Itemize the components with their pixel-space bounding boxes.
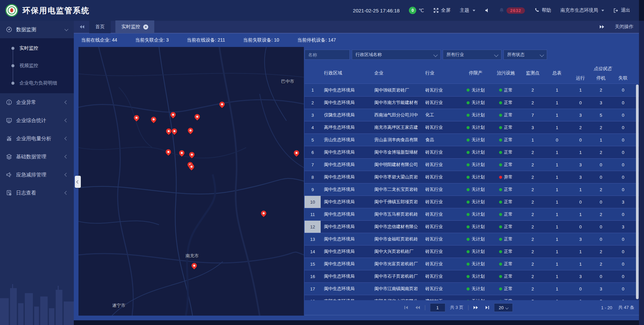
table-row[interactable]: 13 阆中生态环境局 阆中市金福旺页岩机砖 砖瓦行业 无计划 正常 2 (305, 233, 639, 245)
table-row[interactable]: 6 阆中生态环境局 阆中市金博瑞新型墙材 砖瓦行业 无计划 正常 2 (305, 146, 639, 158)
cell-run-count: 3 (570, 162, 591, 167)
map-roads (78, 47, 304, 316)
cell-industry: 砖瓦行业 (422, 162, 461, 168)
table-row[interactable]: 15 阆中生态环境局 阆中市光富页岩机砖厂 砖瓦行业 无计划 正常 2 (305, 258, 639, 270)
name-filter-input[interactable] (305, 50, 350, 60)
status-dot (499, 250, 502, 253)
sidebar-subitem[interactable]: 实时监控 (0, 40, 74, 57)
row-index: 16 (305, 270, 321, 282)
first-page-icon[interactable] (404, 306, 410, 310)
industry-filter-select[interactable]: 所有行业 (443, 50, 501, 60)
sidebar-item-base-data[interactable]: 基础数据管理 (0, 148, 74, 166)
next-page-icon[interactable] (473, 306, 479, 310)
status-dot (467, 263, 470, 266)
table-row[interactable]: 14 阆中生态环境局 阆中大兴页岩机砖厂 砖瓦行业 无计划 正常 2 (305, 245, 639, 258)
table-row[interactable]: 17 阆中生态环境局 阆中市江南镇阆南页岩 砖瓦行业 无计划 正常 2 (305, 282, 639, 295)
table-row[interactable]: 16 阆中生态环境局 阆中市石子页岩机砖厂 砖瓦行业 无计划 正常 2 (305, 270, 639, 282)
col-facility: 治污设施 (491, 62, 521, 84)
table-row[interactable]: 1 阆中生态环境局 阆中强锐页岩砖厂 砖瓦行业 无计划 正常 2 (305, 84, 639, 96)
logout-icon (613, 8, 619, 13)
table-row[interactable]: 4 高坪生态环境局 南充市高坪区王家店建 砖瓦行业 无计划 正常 3 (305, 121, 639, 133)
cell-monitor-count: 1 (521, 138, 544, 143)
cell-halt-count: 0 (591, 237, 610, 242)
sidebar: 数据监测 实时监控 视频监控 企业电力负荷明细 企 (0, 21, 74, 325)
sidebar-item-power-analysis[interactable]: 企业用电量分析 (0, 129, 74, 148)
help-button[interactable]: 帮助 (534, 7, 551, 13)
sidebar-item-enterprise-stats[interactable]: 企业综合统计 (0, 111, 74, 129)
stats-bar: 当前在线企业: 44 当前失联企业: 3 当前在线设备: 211 当前失联设备:… (74, 34, 639, 47)
cell-meter-count: 1 (544, 262, 570, 267)
table-row[interactable]: 5 营山生态环境局 营山县润丰肉食品有限 食品 无计划 正常 1 (305, 133, 639, 146)
cell-halt-count: 0 (591, 274, 610, 279)
notifications[interactable]: 2632 (499, 7, 525, 14)
tab-home[interactable]: 首页 (89, 20, 111, 33)
cell-halt-count: 3 (591, 286, 610, 291)
fullscreen-icon (433, 8, 439, 13)
cell-industry: 砖瓦行业 (422, 261, 461, 267)
table-row[interactable]: 12 阆中生态环境局 阆中市忠信建材有限公 砖瓦行业 无计划 正常 2 (305, 220, 639, 233)
alert-circle-icon (6, 99, 12, 105)
table-scrollbar[interactable] (636, 85, 639, 299)
table-row[interactable]: 11 阆中生态环境局 阆中市五马桥页岩机砖 砖瓦行业 无计划 正常 2 (305, 208, 639, 220)
row-index: 8 (305, 171, 321, 183)
cell-lost-count: 0 (610, 125, 636, 130)
cell-company: 阆中市金博瑞新型墙材 (371, 149, 422, 155)
table-row[interactable]: 9 阆中生态环境局 阆中市二龙长宝页岩砖 砖瓦行业 无计划 正常 2 (305, 183, 639, 196)
map-panel[interactable]: 巴中市 南充市 遂宁市 (78, 47, 304, 316)
sidebar-subitem[interactable]: 企业电力负荷明细 (0, 74, 74, 92)
theme-dropdown[interactable]: 主题 (460, 7, 475, 13)
page-input[interactable] (430, 303, 445, 312)
logout-button[interactable]: 退出 (613, 7, 630, 13)
gauge-icon (6, 26, 12, 33)
cell-run-count: 0 (570, 100, 591, 105)
page-scrollbar[interactable] (639, 21, 644, 325)
content-area: 当前在线企业: 44 当前失联企业: 3 当前在线设备: 211 当前失联设备:… (74, 34, 639, 320)
tabs-scroll-left-icon[interactable] (79, 25, 85, 29)
table-row[interactable]: 3 仪陇生态环境局 西南油气田分公司川中 化工 无计划 正常 7 (305, 109, 639, 121)
status-text: 正常 (504, 149, 513, 155)
cell-run-count: 1 (570, 249, 591, 254)
cell-halt-count: 0 (591, 224, 610, 229)
tabs-scroll-right-icon[interactable] (599, 25, 605, 29)
cell-lost-count: 3 (610, 200, 636, 205)
chevron-down-icon (433, 53, 438, 57)
volume-button[interactable] (485, 8, 490, 13)
sidebar-item-enterprise-anomaly[interactable]: 企业异常 (0, 93, 74, 111)
org-dropdown[interactable]: 南充市生态环境局 (560, 7, 604, 13)
sidebar-item-emergency-reduction[interactable]: 应急减排管理 (0, 166, 74, 184)
tab-realtime-monitor[interactable]: 实时监控 × (115, 20, 154, 33)
col-monitor: 监测点 (521, 62, 544, 84)
status-dot (499, 213, 502, 216)
col-run: 运行 (570, 72, 591, 84)
table-row[interactable]: 18 南部生态环境局 南部县砌华水泥有限公 建材加工 无计划 正常 5 (305, 295, 639, 300)
sidebar-item-log-view[interactable]: 日志查看 (0, 184, 74, 202)
table-row[interactable]: 8 阆中生态环境局 阆中市枣碧大梁山页岩 砖瓦行业 无计划 异常 2 (305, 171, 639, 183)
status-dot (467, 201, 470, 204)
theme-label: 主题 (460, 7, 469, 13)
cell-run-count: 0 (570, 138, 591, 143)
cell-halt-count: 2 (591, 88, 610, 93)
cell-monitor-count: 2 (521, 150, 544, 155)
table-row[interactable]: 10 阆中生态环境局 阆中千佛镇五郎垭页岩 砖瓦行业 无计划 正常 2 (305, 196, 639, 208)
status-text: 正常 (504, 211, 513, 217)
map-collapse-handle[interactable] (75, 176, 81, 188)
cell-meter-count: 1 (544, 113, 570, 118)
range-label: 1 - 20 (601, 305, 612, 310)
region-filter-select[interactable]: 行政区域名称 (352, 50, 441, 60)
sidebar-subitem[interactable]: 视频监控 (0, 57, 74, 74)
close-operations-button[interactable]: 关闭操作 (615, 24, 634, 30)
status-filter-select[interactable]: 所有状态 (503, 50, 547, 60)
table-row[interactable]: 7 阆中生态环境局 阆中明阳建材有限公司 砖瓦行业 无计划 正常 2 (305, 158, 639, 171)
row-index: 3 (305, 109, 321, 121)
tab-close-icon[interactable]: × (143, 24, 148, 30)
last-page-icon[interactable] (484, 306, 489, 310)
cell-monitor-count: 2 (521, 262, 544, 267)
sidebar-group-data-monitoring[interactable]: 数据监测 (0, 21, 74, 38)
status-dot (499, 176, 502, 179)
row-index: 12 (305, 221, 321, 233)
prev-page-icon[interactable] (414, 306, 420, 310)
fullscreen-button[interactable]: 全屏 (433, 7, 450, 13)
table-row[interactable]: 2 阆中生态环境局 阆中市南方节能建材有 砖瓦行业 无计划 正常 2 (305, 96, 639, 109)
cell-industry: 砖瓦行业 (422, 186, 461, 193)
page-size-select[interactable]: 20 (494, 303, 513, 312)
